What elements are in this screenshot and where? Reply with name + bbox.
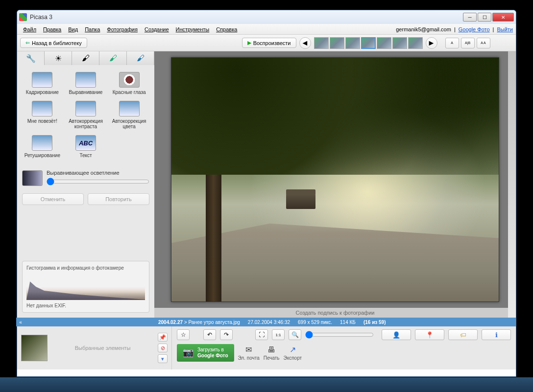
photo-position: (16 из 59) (363, 320, 386, 325)
menu-separator: | (493, 26, 494, 32)
crop-icon (32, 72, 52, 88)
star-button[interactable]: ☆ (177, 329, 190, 340)
selection-tray: Выбранные элементы 📌 ⊘ ▾ (17, 326, 172, 369)
thumbnail-active[interactable] (361, 37, 376, 49)
fit-button[interactable]: ⛶ (255, 329, 268, 340)
tags-button[interactable]: 🏷 (448, 329, 478, 340)
maximize-button[interactable]: ☐ (478, 13, 491, 22)
print-button[interactable]: 🖶Печать (264, 346, 280, 361)
lucky-tool[interactable]: Мне повезёт! (22, 101, 63, 129)
menu-tools[interactable]: Инструменты (173, 25, 213, 33)
tag-icon: 🏷 (460, 331, 466, 339)
person-icon: 👤 (392, 331, 400, 339)
close-button[interactable]: ✕ (492, 13, 514, 22)
app-window: Picasa 3 ─ ☐ ✕ Файл Правка Вид Папка Фот… (17, 10, 516, 377)
clear-selection-button[interactable]: ⊘ (158, 344, 168, 352)
rotate-left-icon: ↶ (207, 331, 212, 338)
auto-color-tool[interactable]: Автокоррекция цвета (109, 101, 149, 129)
magnify-icon: 🔍 (291, 331, 299, 338)
app-icon (19, 13, 27, 21)
fill-light-label: Выравнивающее осветление (47, 170, 149, 176)
google-photos-link[interactable]: Google Фото (459, 26, 490, 32)
people-tag-button[interactable]: 👤 (382, 329, 411, 340)
menu-photo[interactable]: Фотография (104, 25, 141, 33)
thumbnail[interactable] (408, 37, 423, 49)
brush-green-icon: 🖌 (109, 54, 117, 63)
menu-view[interactable]: Вид (65, 25, 81, 33)
rotate-right-button[interactable]: ↷ (220, 329, 233, 340)
thumbnail[interactable] (392, 37, 407, 49)
fill-light-slider[interactable] (47, 178, 149, 185)
next-photo-button[interactable]: ► (426, 37, 437, 49)
upload-google-photos-button[interactable]: 📷 Загрузить вGoogle Фото (177, 344, 234, 362)
viewer-scrollbar[interactable] (508, 51, 516, 318)
export-button[interactable]: ↗Экспорт (284, 345, 302, 361)
selection-label: Выбранные элементы (51, 345, 154, 351)
thumbnail[interactable] (345, 37, 360, 49)
titlebar[interactable]: Picasa 3 ─ ☐ ✕ (17, 10, 516, 24)
rotate-right-icon: ↷ (224, 331, 229, 338)
fill-light-icon (22, 170, 43, 186)
exif-info: Нет данных EXIF. (26, 303, 145, 308)
collapse-tray-button[interactable]: « (16, 318, 25, 326)
crop-tool[interactable]: Кадрирование (22, 72, 63, 95)
add-to-album-button[interactable]: ▾ (158, 354, 168, 363)
view-mode-split[interactable]: A A (477, 38, 490, 48)
fit-icon: ⛶ (259, 331, 265, 338)
tab-basic-fixes[interactable]: 🔧 (17, 51, 45, 65)
redo-button[interactable]: Повторить (88, 193, 149, 205)
edit-sidebar: 🔧 ☀ 🖌 🖌 🖌 Кадрирование Выравнивание Крас… (17, 51, 154, 318)
thumbnail[interactable] (314, 37, 329, 49)
straighten-tool[interactable]: Выравнивание (66, 72, 106, 95)
menu-create[interactable]: Создание (142, 25, 172, 33)
zoom-slider[interactable] (305, 331, 374, 339)
tab-effects-2[interactable]: 🖌 (99, 51, 127, 65)
edit-tabs: 🔧 ☀ 🖌 🖌 🖌 (17, 51, 154, 65)
user-email: germanik5@gmail.com (396, 26, 451, 32)
tab-tuning[interactable]: ☀ (45, 51, 72, 65)
window-title: Picasa 3 (30, 14, 463, 21)
thumbnail[interactable] (330, 37, 344, 49)
minimize-button[interactable]: ─ (463, 13, 477, 22)
rotate-left-button[interactable]: ↶ (203, 329, 216, 340)
menu-folder[interactable]: Папка (82, 25, 103, 33)
printer-icon: 🖶 (267, 346, 275, 354)
brush-blue-icon: 🖌 (137, 54, 145, 63)
thumbnail[interactable] (377, 37, 391, 49)
pin-selection-button[interactable]: 📌 (158, 333, 168, 342)
menu-edit[interactable]: Правка (40, 25, 64, 33)
undo-button[interactable]: Отменить (22, 193, 84, 205)
menu-file[interactable]: Файл (20, 25, 39, 33)
mail-icon: ✉ (245, 345, 252, 354)
geo-tag-button[interactable]: 📍 (415, 329, 444, 340)
text-tool[interactable]: ABCТекст (66, 135, 106, 158)
windows-taskbar[interactable] (0, 377, 533, 392)
view-mode-single[interactable]: A (445, 38, 459, 48)
actual-size-button[interactable]: 1:1 (272, 329, 285, 340)
email-button[interactable]: ✉Эл. почта (238, 345, 260, 361)
camera-icon: 📷 (183, 347, 194, 358)
redeye-tool[interactable]: Красные глаза (109, 72, 149, 95)
main-image[interactable] (171, 57, 499, 302)
prev-photo-button[interactable]: ◄ (299, 37, 311, 49)
back-to-library-button[interactable]: Назад в библиотеку (20, 38, 87, 48)
logout-link[interactable]: Выйти (497, 26, 513, 32)
zoom-button[interactable]: 🔍 (289, 329, 301, 340)
thumbnail-strip (314, 37, 423, 49)
histogram-title: Гистограмма и информация о фотокамере (26, 265, 145, 271)
bottom-panel: Выбранные элементы 📌 ⊘ ▾ ☆ ↶ ↷ ⛶ 1:1 🔍 👤… (17, 326, 516, 369)
info-button[interactable]: ℹ (482, 329, 511, 340)
auto-contrast-tool[interactable]: Автокоррекция контраста (66, 101, 106, 129)
play-slideshow-button[interactable]: Воспроизвести (242, 38, 296, 48)
retouch-tool[interactable]: Ретуширование (22, 135, 63, 158)
caption-input[interactable]: Создать подпись к фотографии (296, 310, 375, 316)
filename: Ранее утро августа.jpg (188, 320, 240, 325)
image-dimensions: 699 x 529 (298, 320, 319, 325)
tab-effects-1[interactable]: 🖌 (72, 51, 99, 65)
onetoone-icon: 1:1 (275, 333, 281, 337)
tab-effects-3[interactable]: 🖌 (127, 51, 154, 65)
selected-thumbnail[interactable] (21, 335, 48, 361)
histogram-panel: Гистограмма и информация о фотокамере Не… (22, 261, 149, 313)
menu-help[interactable]: Справка (213, 25, 240, 33)
view-mode-sidebyside[interactable]: A|B (461, 38, 475, 48)
